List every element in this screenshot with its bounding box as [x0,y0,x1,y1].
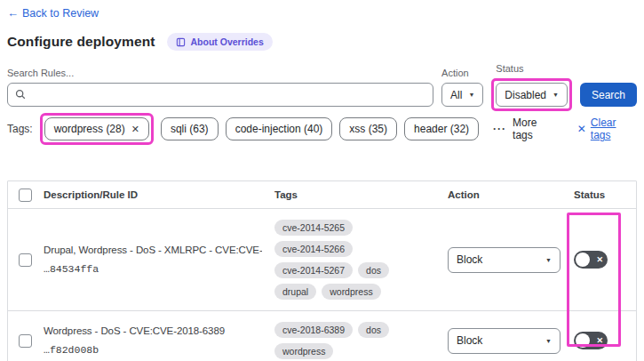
tag-filter-chip[interactable]: header (32) [404,117,479,140]
rules-table: Description/Rule ID Tags Action Status D… [7,180,637,361]
status-toggle[interactable]: ✕ [574,332,608,349]
tag-pill: cve-2014-5267 [274,262,353,278]
row-checkbox[interactable] [19,253,32,267]
about-overrides-label: About Overrides [190,36,263,47]
column-header-action: Action [442,189,567,200]
status-filter-value: Disabled [505,89,546,101]
toggle-off-x-icon: ✕ [596,255,603,264]
title-row: Configure deployment About Overrides [7,33,637,51]
tag-pill: dos [358,322,389,338]
action-select[interactable]: Block ▼ [448,328,561,354]
back-arrow-icon: ← [7,6,19,20]
filter-row: Search Rules... Action All ▼ Status [7,63,637,107]
clear-tags-label: Clear tags [591,116,637,141]
toggle-knob [576,253,590,267]
clear-tags-button[interactable]: ✕ Clear tags [577,116,637,141]
rule-id: …f82d008b [44,344,262,356]
chevron-down-icon: ▼ [545,338,552,344]
chevron-down-icon: ▼ [468,92,474,98]
configure-deployment-page: ← Back to Review Configure deployment Ab… [0,0,644,361]
search-button[interactable]: Search [580,83,637,107]
tag-pill: drupal [274,284,316,300]
action-filter-value: All [450,89,462,101]
status-filter-dropdown[interactable]: Disabled ▼ [496,83,568,107]
tag-pill: cve-2014-5266 [274,241,353,257]
rule-tags: cve-2018-6389doswordpress [267,311,442,361]
book-icon [176,37,186,47]
column-header-status: Status [567,189,636,200]
row-checkbox[interactable] [19,334,32,348]
select-all-checkbox[interactable] [19,189,32,202]
tag-filter-chip-wordpress[interactable]: wordpress (28) ✕ [44,117,149,140]
page-title: Configure deployment [7,34,155,50]
rule-description: Wordpress - DoS - CVE:CVE-2018-6389 [44,325,262,336]
chevron-down-icon: ▼ [545,257,552,263]
action-filter-dropdown[interactable]: All ▼ [441,83,483,107]
close-icon[interactable]: ✕ [131,124,139,135]
rule-tags: cve-2014-5265cve-2014-5266cve-2014-5267d… [267,209,442,310]
action-select-value: Block [457,334,482,347]
search-box[interactable] [7,83,433,107]
toggle-knob [576,333,590,348]
back-to-review-link[interactable]: ← Back to Review [7,6,99,20]
more-tags-label: More tags [513,116,558,141]
tags-bar: Tags: wordpress (28) ✕ sqli (63)code-inj… [7,116,637,141]
more-dots-icon: ··· [493,123,506,135]
rule-id: …84534ffa [44,263,262,275]
toggle-off-x-icon: ✕ [596,336,603,345]
tag-pill: cve-2014-5265 [274,220,353,236]
status-label: Status [496,63,572,74]
search-icon [15,87,26,103]
search-rules-label: Search Rules... [7,68,433,78]
status-filter-highlight: Disabled ▼ [491,78,572,111]
status-toggle[interactable]: ✕ [574,251,608,269]
column-header-tags: Tags [267,189,442,200]
action-select-value: Block [457,253,482,266]
table-header-row: Description/Rule ID Tags Action Status [8,181,636,209]
rule-description: Drupal, Wordpress - DoS - XMLRPC - CVE:C… [44,245,262,255]
tag-filter-chip[interactable]: xss (35) [339,117,397,140]
tags-label: Tags: [7,123,33,135]
chevron-down-icon: ▼ [553,92,559,98]
tag-filter-chip[interactable]: sqli (63) [161,117,219,140]
selected-tag-highlight: wordpress (28) ✕ [40,113,154,145]
column-header-description: Description/Rule ID [44,189,267,200]
tag-filter-chip[interactable]: code-injection (40) [226,117,333,140]
action-select[interactable]: Block ▼ [448,247,561,273]
tag-pill: wordpress [322,284,380,300]
action-label: Action [441,68,483,78]
tag-pill: wordpress [274,343,333,359]
tag-pill: cve-2018-6389 [274,322,353,338]
close-icon: ✕ [577,123,586,135]
table-row: Wordpress - DoS - CVE:CVE-2018-6389 …f82… [8,311,636,361]
tag-pill: dos [358,262,389,278]
search-rules-input[interactable] [31,89,425,101]
back-link-label: Back to Review [22,7,99,20]
table-body: Drupal, Wordpress - DoS - XMLRPC - CVE:C… [8,209,636,361]
about-overrides-badge[interactable]: About Overrides [167,33,272,51]
tag-filter-chips: sqli (63)code-injection (40)xss (35)head… [161,117,479,140]
more-tags-button[interactable]: ··· More tags [493,116,558,141]
table-row: Drupal, Wordpress - DoS - XMLRPC - CVE:C… [8,209,636,311]
tag-chip-label: wordpress (28) [54,123,125,135]
